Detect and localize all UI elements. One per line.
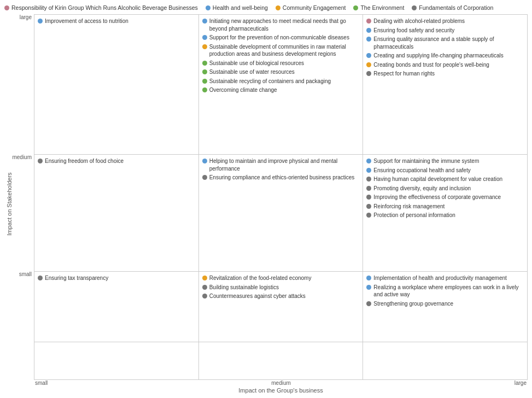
- item-text: Helping to maintain and improve physical…: [209, 157, 360, 172]
- cell-row1-col1: Helping to maintain and improve physical…: [199, 155, 364, 271]
- item-dot: [38, 19, 43, 24]
- grid-row-row0: Improvement of access to nutritionInitia…: [34, 14, 528, 154]
- legend-item-fundamentals: Fundamentals of Corporation: [412, 4, 493, 11]
- item-text: Dealing with alcohol-related problems: [373, 17, 465, 25]
- cell-item: Ensuring compliance and ethics-oriented …: [202, 174, 360, 182]
- item-dot: [202, 79, 207, 84]
- item-text: Ensuring freedom of food choice: [45, 157, 124, 165]
- item-dot: [366, 204, 371, 209]
- x-tick-medium: medium: [271, 380, 291, 386]
- cell-row1-col2: Support for maintaining the immune syste…: [363, 155, 528, 271]
- cell-row2-col0: Ensuring tax transparency: [34, 272, 199, 342]
- grid: Improvement of access to nutritionInitia…: [34, 14, 528, 394]
- item-dot: [38, 159, 43, 163]
- item-text: Sustainable development of communities i…: [209, 43, 360, 58]
- item-dot: [366, 285, 371, 290]
- main-container: Responsibility of Kirin Group Which Runs…: [0, 0, 532, 398]
- item-text: Protection of personal information: [373, 212, 455, 219]
- item-text: Countermeasures against cyber attacks: [209, 292, 306, 300]
- item-dot: [366, 71, 371, 76]
- legend-label-environment: The Environment: [360, 4, 404, 11]
- y-axis-label: Impact on Stakeholders: [4, 14, 14, 394]
- x-axis-ticks: smallmediumlarge: [34, 380, 528, 386]
- item-dot: [366, 19, 371, 24]
- item-text: Strengthening group governance: [373, 300, 453, 308]
- item-text: Sustainable use of water resources: [209, 68, 295, 76]
- cell-item: Improving the effectiveness of corporate…: [366, 194, 524, 201]
- cell-item: Building sustainable logistics: [202, 284, 360, 291]
- cell-item: Improvement of access to nutrition: [38, 17, 195, 25]
- cell-row3-col0: [34, 342, 199, 379]
- cell-item: Sustainable use of water resources: [202, 68, 360, 76]
- legend-dot-fundamentals: [412, 5, 417, 10]
- legend-label-community: Community Engagement: [283, 4, 346, 11]
- cell-item: Creating bonds and trust for people's we…: [366, 61, 524, 69]
- item-dot: [202, 87, 207, 92]
- cell-item: Implementation of health and productivit…: [366, 274, 524, 282]
- cell-item: Ensuring quality assurance and a stable …: [366, 36, 524, 50]
- cell-item: Strengthening group governance: [366, 300, 524, 308]
- item-text: Ensuring compliance and ethics-oriented …: [209, 174, 355, 182]
- cell-row2-col1: Revitalization of the food-related econo…: [199, 272, 364, 342]
- legend: Responsibility of Kirin Group Which Runs…: [4, 4, 528, 11]
- cell-item: Ensuring occupational health and safety: [366, 167, 524, 174]
- cell-item: Sustainable development of communities i…: [202, 43, 360, 58]
- item-text: Promoting diversity, equity and inclusio…: [373, 185, 471, 192]
- item-dot: [366, 53, 371, 58]
- item-dot: [202, 285, 207, 290]
- cell-item: Support for the prevention of non-commun…: [202, 34, 360, 42]
- item-text: Implementation of health and productivit…: [373, 274, 506, 282]
- item-text: Initiating new approaches to meet medica…: [209, 17, 360, 32]
- cell-item: Initiating new approaches to meet medica…: [202, 17, 360, 32]
- item-text: Ensuring tax transparency: [45, 274, 108, 282]
- item-text: Improving the effectiveness of corporate…: [373, 194, 501, 201]
- y-tick-medium: medium: [14, 154, 32, 271]
- item-dot: [202, 61, 207, 66]
- legend-dot-health: [206, 5, 211, 10]
- item-dot: [366, 177, 371, 182]
- item-text: Respect for human rights: [373, 70, 435, 78]
- item-dot: [366, 159, 371, 163]
- item-text: Building sustainable logistics: [209, 284, 279, 291]
- item-text: Sustainable use of biological resources: [209, 60, 304, 67]
- cell-row1-col0: Ensuring freedom of food choice: [34, 155, 199, 271]
- legend-item-community: Community Engagement: [276, 4, 346, 11]
- bottom-area: smallmediumlarge Impact on the Group's b…: [34, 380, 528, 394]
- cell-item: Reinforcing risk management: [366, 203, 524, 210]
- item-text: Having human capital development for val…: [373, 175, 502, 183]
- item-dot: [202, 35, 207, 40]
- grid-row-row3: [34, 342, 528, 380]
- legend-label-alcohol: Responsibility of Kirin Group Which Runs…: [11, 4, 198, 11]
- item-dot: [202, 69, 207, 74]
- item-dot: [202, 44, 207, 49]
- item-dot: [202, 294, 207, 298]
- legend-dot-environment: [353, 5, 358, 10]
- chart-area: Impact on Stakeholders largemediumsmall …: [4, 14, 528, 394]
- cell-item: Countermeasures against cyber attacks: [202, 292, 360, 300]
- cell-row3-col2: [363, 342, 528, 379]
- item-text: Revitalization of the food-related econo…: [209, 274, 312, 282]
- cell-item: Realizing a workplace where employees ca…: [366, 284, 524, 298]
- cell-item: Support for maintaining the immune syste…: [366, 157, 524, 165]
- item-dot: [366, 62, 371, 67]
- legend-item-health: Health and well-being: [206, 4, 268, 11]
- x-tick-large: large: [515, 380, 527, 386]
- cell-item: Sustainable use of biological resources: [202, 60, 360, 67]
- y-tick-small: small: [14, 271, 32, 341]
- cell-row2-col2: Implementation of health and productivit…: [363, 272, 528, 342]
- legend-item-alcohol: Responsibility of Kirin Group Which Runs…: [4, 4, 198, 11]
- legend-dot-alcohol: [4, 5, 9, 10]
- legend-dot-community: [276, 5, 280, 10]
- item-text: Ensuring food safety and security: [373, 27, 454, 34]
- grid-rows: Improvement of access to nutritionInitia…: [34, 14, 528, 380]
- cell-item: Respect for human rights: [366, 70, 524, 78]
- cell-item: Revitalization of the food-related econo…: [202, 274, 360, 282]
- item-text: Reinforcing risk management: [373, 203, 445, 210]
- item-dot: [202, 159, 207, 163]
- legend-item-environment: The Environment: [353, 4, 404, 11]
- legend-label-fundamentals: Fundamentals of Corporation: [419, 4, 493, 11]
- item-text: Creating and supplying life-changing pha…: [373, 52, 503, 60]
- cell-item: Overcoming climate change: [202, 86, 360, 94]
- legend-label-health: Health and well-being: [213, 4, 268, 11]
- item-dot: [366, 195, 371, 200]
